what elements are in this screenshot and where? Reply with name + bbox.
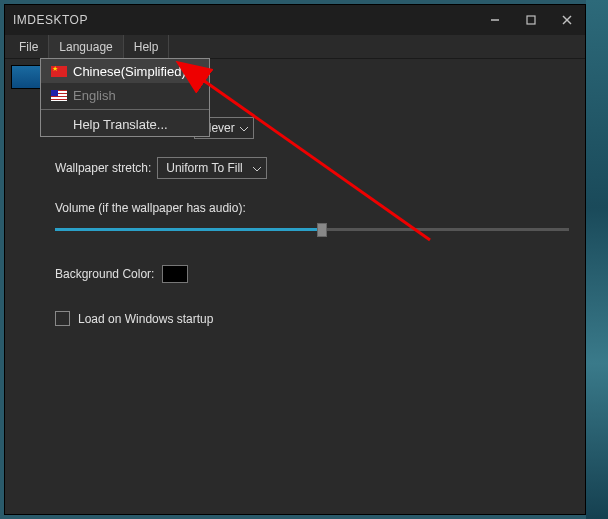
- volume-slider[interactable]: [55, 223, 569, 237]
- maximize-button[interactable]: [513, 5, 549, 35]
- slider-fill: [55, 228, 317, 231]
- menu-language[interactable]: Language: [49, 35, 123, 58]
- chevron-down-icon: [253, 161, 261, 175]
- title-bar[interactable]: IMDESKTOP: [5, 5, 585, 35]
- stretch-value: Uniform To Fill: [166, 161, 242, 175]
- menu-bar: File Language Help: [5, 35, 585, 59]
- chevron-down-icon: [240, 121, 248, 135]
- app-title: IMDESKTOP: [13, 13, 88, 27]
- volume-label: Volume (if the wallpaper has audio):: [55, 201, 569, 215]
- stretch-row: Wallpaper stretch: Uniform To Fill: [55, 157, 569, 179]
- menu-separator: [41, 109, 209, 110]
- minimize-button[interactable]: [477, 5, 513, 35]
- lang-option-chinese[interactable]: Chinese(Simplified): [41, 59, 209, 83]
- menu-file[interactable]: File: [9, 35, 49, 58]
- lang-option-label: Chinese(Simplified): [73, 64, 186, 79]
- desktop-background-peek: [586, 0, 608, 519]
- language-dropdown: Chinese(Simplified) English Help Transla…: [40, 58, 210, 137]
- lang-option-english[interactable]: English: [41, 83, 209, 107]
- flag-us-icon: [51, 90, 67, 101]
- stretch-label: Wallpaper stretch:: [55, 161, 151, 175]
- slider-thumb[interactable]: [317, 223, 327, 237]
- bgcolor-swatch[interactable]: [162, 265, 188, 283]
- svg-rect-1: [527, 16, 535, 24]
- close-button[interactable]: [549, 5, 585, 35]
- startup-label: Load on Windows startup: [78, 312, 213, 326]
- startup-row: Load on Windows startup: [55, 311, 569, 326]
- bgcolor-label: Background Color:: [55, 267, 154, 281]
- help-translate-label: Help Translate...: [73, 117, 168, 132]
- help-translate-item[interactable]: Help Translate...: [41, 112, 209, 136]
- stretch-select[interactable]: Uniform To Fill: [157, 157, 267, 179]
- lang-option-label: English: [73, 88, 116, 103]
- startup-checkbox[interactable]: [55, 311, 70, 326]
- flag-cn-icon: [51, 66, 67, 77]
- menu-help[interactable]: Help: [124, 35, 170, 58]
- bgcolor-row: Background Color:: [55, 265, 569, 283]
